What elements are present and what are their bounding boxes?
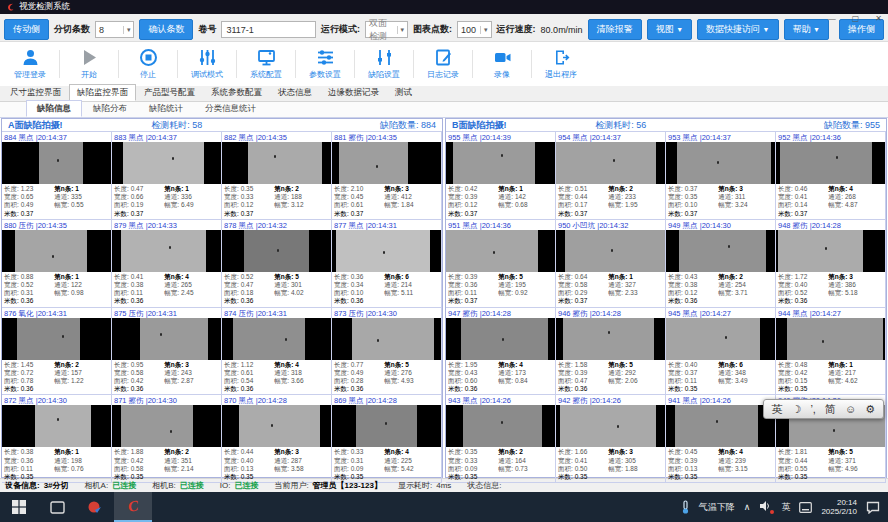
ime-lang-english[interactable]: 英 [772,402,783,417]
help-menu-button[interactable]: 帮助 ▼ [784,19,829,40]
defect-thumbnail-image[interactable] [2,318,111,360]
defect-thumbnail-image[interactable] [222,230,331,272]
defect-thumbnail-image[interactable] [332,405,441,447]
confirm-count-button[interactable]: 确认条数 [139,19,193,40]
volume-icon[interactable] [759,500,772,514]
defect-thumbnail-image[interactable] [446,318,555,360]
touch-keyboard-icon[interactable] [799,502,812,513]
ime-settings-gear-icon[interactable]: ⚙ [865,403,875,416]
defect-thumbnail-image[interactable] [556,318,665,360]
defect-thumbnail-image[interactable] [222,318,331,360]
tool-system-config-button[interactable]: 系统配置 [240,48,292,80]
defect-thumbnail-image[interactable] [556,405,665,447]
task-view-button[interactable] [38,492,76,522]
defect-card[interactable]: 942 擦伤 |20:14:26 长度: 1.66 宽度: 0.41 面积: 0… [556,395,666,483]
close-button[interactable]: ✕ [875,14,882,23]
defect-card[interactable]: 882 黑点 |20:14:35 长度: 0.35 宽度: 0.33 面积: 0… [222,132,332,220]
defect-card[interactable]: 941 黑点 |20:14:26 长度: 0.45 宽度: 0.39 面积: 0… [666,395,776,483]
sub-tab-1[interactable]: 缺陷分布 [82,100,138,117]
defect-card[interactable]: 880 压伤 |20:14:35 长度: 0.88 宽度: 0.52 面积: 0… [2,220,112,308]
tool-debug-mode-button[interactable]: 调试模式 [181,48,233,80]
defect-thumbnail-image[interactable] [666,230,775,272]
defect-card[interactable]: 878 黑点 |20:14:32 长度: 0.52 宽度: 0.47 面积: 0… [222,220,332,308]
defect-card[interactable]: 872 黑点 |20:14:30 长度: 0.38 宽度: 0.36 面积: 0… [2,395,112,483]
tool-param-set-button[interactable]: 参数设置 [299,48,351,80]
slit-count-select[interactable]: 8 ▾ [95,21,134,38]
defect-card[interactable]: 948 擦伤 |20:14:28 长度: 1.72 宽度: 0.40 面积: 0… [776,220,886,308]
defect-thumbnail-image[interactable] [446,142,555,184]
defect-card[interactable]: 869 黑点 |20:14:28 长度: 0.33 宽度: 0.31 面积: 0… [332,395,442,483]
defect-card[interactable]: 871 擦伤 |20:14:30 长度: 1.88 宽度: 0.42 面积: 0… [112,395,222,483]
tool-defect-set-button[interactable]: 缺陷设置 [358,48,410,80]
defect-thumbnail-image[interactable] [2,142,111,184]
defect-thumbnail-image[interactable] [556,230,665,272]
clear-alarm-button[interactable]: 清除报警 [588,19,642,40]
sub-tab-3[interactable]: 分类信息统计 [194,100,267,117]
defect-thumbnail-image[interactable] [776,230,885,272]
main-tab-1[interactable]: 缺陷监控界面 [69,84,136,101]
defect-card[interactable]: 877 黑点 |20:14:31 长度: 0.36 宽度: 0.34 面积: 0… [332,220,442,308]
ime-emoji-icon[interactable]: ☺ [845,403,856,415]
defect-card[interactable]: 947 擦伤 |20:14:28 长度: 1.95 宽度: 0.43 面积: 0… [446,308,556,396]
main-tab-5[interactable]: 边缘数据记录 [320,84,387,101]
defect-card[interactable]: 950 小凹坑 |20:14:32 长度: 0.64 宽度: 0.58 面积: … [556,220,666,308]
defect-thumbnail-image[interactable] [112,230,221,272]
chart-points-select[interactable]: 100 ▾ [457,21,492,38]
main-tab-4[interactable]: 状态信息 [270,84,320,101]
defect-thumbnail-image[interactable] [332,142,441,184]
defect-card[interactable]: 951 黑点 |20:14:36 长度: 0.39 宽度: 0.36 面积: 0… [446,220,556,308]
defect-card[interactable]: 874 压伤 |20:14:31 长度: 1.12 宽度: 0.61 面积: 0… [222,308,332,396]
defect-card[interactable]: 870 黑点 |20:14:28 长度: 0.44 宽度: 0.40 面积: 0… [222,395,332,483]
defect-card[interactable]: 945 黑点 |20:14:27 长度: 0.40 宽度: 0.37 面积: 0… [666,308,776,396]
roll-number-input[interactable]: 3117-1 [221,21,316,38]
tool-log-record-button[interactable]: 日志记录 [417,48,469,80]
tool-admin-login-button[interactable]: 管理登录 [4,48,56,80]
defect-card[interactable]: 943 黑点 |20:14:26 长度: 0.35 宽度: 0.33 面积: 0… [446,395,556,483]
defect-thumbnail-image[interactable] [2,230,111,272]
tray-chevron-icon[interactable]: ∧ [744,502,751,512]
defect-thumbnail-image[interactable] [332,230,441,272]
ime-language-indicator[interactable]: 英 [781,501,790,514]
defect-card[interactable]: 946 擦伤 |20:14:28 长度: 1.58 宽度: 0.39 面积: 0… [556,308,666,396]
defect-card[interactable]: 944 黑点 |20:14:27 长度: 0.48 宽度: 0.42 面积: 0… [776,308,886,396]
defect-thumbnail-image[interactable] [666,318,775,360]
defect-thumbnail-image[interactable] [112,405,221,447]
ime-toolbar[interactable]: 英☽’,简☺⚙ [763,399,884,419]
tool-start-button[interactable]: 开始 [63,48,115,80]
defect-thumbnail-image[interactable] [776,142,885,184]
defect-thumbnail-image[interactable] [112,142,221,184]
taskbar-app-active[interactable]: C [114,492,152,522]
defect-card[interactable]: 873 压伤 |20:14:30 长度: 0.77 宽度: 0.49 面积: 0… [332,308,442,396]
tool-record-video-button[interactable]: 录像 [476,48,528,80]
main-tab-3[interactable]: 系统参数配置 [203,84,270,101]
tool-exit-app-button[interactable]: 退出程序 [535,48,587,80]
defect-card[interactable]: 952 黑点 |20:14:36 长度: 0.46 宽度: 0.41 面积: 0… [776,132,886,220]
defect-thumbnail-image[interactable] [666,405,775,447]
defect-thumbnail-image[interactable] [222,142,331,184]
defect-card[interactable]: 876 氧化 |20:14:31 长度: 1.45 宽度: 0.72 面积: 0… [2,308,112,396]
defect-card[interactable]: 954 黑点 |20:14:37 长度: 0.51 宽度: 0.44 面积: 0… [556,132,666,220]
sub-tab-2[interactable]: 缺陷统计 [138,100,194,117]
ime-simplified[interactable]: 简 [825,402,836,417]
defect-card[interactable]: 955 黑点 |20:14:39 长度: 0.42 宽度: 0.39 面积: 0… [446,132,556,220]
defect-thumbnail-image[interactable] [446,405,555,447]
ime-punctuation[interactable]: ’, [810,403,816,415]
defect-thumbnail-image[interactable] [2,405,111,447]
view-menu-button[interactable]: 视图 ▼ [647,19,692,40]
defect-thumbnail-image[interactable] [776,318,885,360]
taskbar-clock[interactable]: 20:14 2025/2/10 [821,498,857,517]
defect-card[interactable]: 875 压伤 |20:14:31 长度: 0.95 宽度: 0.58 面积: 0… [112,308,222,396]
defect-thumbnail-image[interactable] [222,405,331,447]
defect-thumbnail-image[interactable] [666,142,775,184]
defect-card[interactable]: 881 擦伤 |20:14:35 长度: 2.10 宽度: 0.45 面积: 0… [332,132,442,220]
main-tab-6[interactable]: 测试 [387,84,420,101]
minimize-button[interactable]: — [828,14,836,23]
main-tab-2[interactable]: 产品型号配置 [136,84,203,101]
defect-card[interactable]: 949 黑点 |20:14:30 长度: 0.43 宽度: 0.38 面积: 0… [666,220,776,308]
weather-text[interactable]: 气温下降 [699,501,735,514]
main-tab-0[interactable]: 尺寸监控界面 [2,84,69,101]
taskbar-app-1[interactable] [76,492,114,522]
defect-card[interactable]: 879 黑点 |20:14:33 长度: 0.41 宽度: 0.38 面积: 0… [112,220,222,308]
defect-card[interactable]: 883 黑点 |20:14:37 长度: 0.47 宽度: 0.66 面积: 0… [112,132,222,220]
defect-thumbnail-image[interactable] [556,142,665,184]
